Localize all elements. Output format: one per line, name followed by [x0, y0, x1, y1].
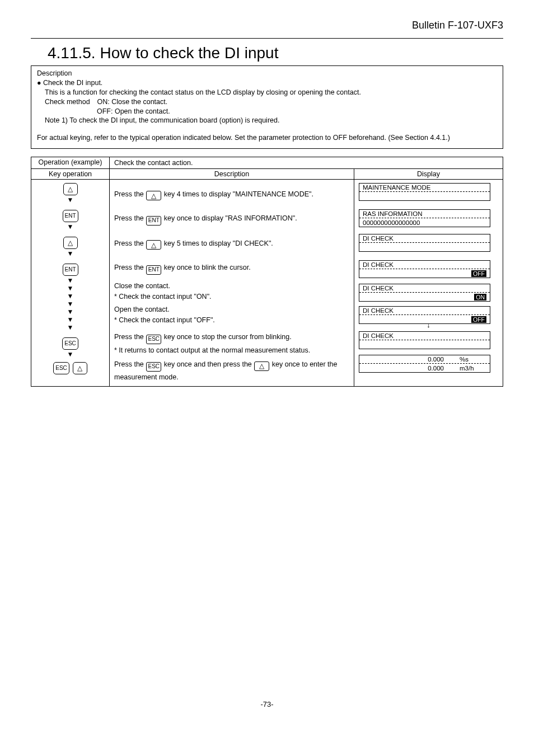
description-last: For actual keying, refer to the typical … [37, 133, 497, 143]
step-6-desc: Open the contact. * Check the contact in… [114, 302, 349, 332]
ops-header-row-1: Operation (example) Check the contact ac… [31, 157, 503, 169]
check-method-on: Check method ON: Close the contact. [37, 97, 497, 107]
down-caret-icon: ▼ [67, 308, 74, 315]
lcd-off-badge: OFF [471, 270, 486, 278]
lcd-di-check-plain: DI CHECK [359, 331, 490, 349]
step-7-desc: Press the ESC key once to stop the curso… [114, 332, 349, 355]
esc-key-inline-icon: ESC [146, 335, 161, 344]
ops-header-keyop: Key operation [31, 169, 110, 179]
up-key-inline-icon [254, 361, 269, 371]
ops-header-row-2: Key operation Description Display [31, 169, 503, 180]
up-key-icon [63, 183, 78, 195]
operations-table: Operation (example) Check the contact ac… [31, 157, 503, 387]
key-operation-column: ▼ ENT ▼ ▼ ENT ▼ ▼ ▼ ▼ ▼ ▼ ▼ ESC ▼ [31, 180, 110, 386]
lcd-on-badge: ON [474, 294, 486, 301]
lcd-ras-information: RAS INFORMATION 0000000000000000 [359, 209, 490, 227]
down-caret-icon: ▼ [67, 324, 74, 331]
section-title: 4.11.5. How to check the DI input [48, 44, 503, 62]
step-8-desc: Press the ESC key once and then press th… [114, 359, 349, 383]
ops-header-display: Display [354, 169, 503, 179]
up-key-inline-icon [146, 191, 161, 200]
ops-header-description: Description [110, 169, 354, 179]
step-1-desc: Press the key 4 times to display "MAINTE… [114, 183, 349, 208]
description-column: Press the key 4 times to display "MAINTE… [110, 180, 354, 386]
step-3-desc: Press the key 5 times to display "DI CHE… [114, 232, 349, 257]
down-caret-icon: ▼ [67, 196, 74, 203]
lcd-off-badge: OFF [471, 316, 486, 323]
down-caret-icon: ▼ [67, 250, 74, 257]
down-caret-icon: ▼ [67, 300, 74, 307]
check-method-off: OFF: Open the contact. [37, 107, 497, 116]
ops-body: ▼ ENT ▼ ▼ ENT ▼ ▼ ▼ ▼ ▼ ▼ ▼ ESC ▼ [31, 180, 503, 386]
ent-key-icon: ENT [63, 210, 78, 222]
description-bullet: ● Check the DI input. [37, 78, 497, 88]
up-key-icon [63, 237, 78, 249]
step-2-desc: Press the ENT key once to display "RAS I… [114, 208, 349, 232]
down-caret-icon: ▼ [67, 277, 74, 284]
lcd-di-check: DI CHECK [359, 234, 490, 252]
lcd-di-check-off: DI CHECK OFF [359, 306, 490, 324]
ent-key-inline-icon: ENT [146, 216, 161, 226]
description-note: Note 1) To check the DI input, the commu… [37, 116, 497, 125]
up-key-icon [73, 362, 87, 374]
step-4-desc: Press the ENT key once to blink the curs… [114, 257, 349, 281]
esc-key-icon: ESC [62, 337, 78, 350]
lcd-di-check-on: DI CHECK ON [359, 284, 490, 302]
down-caret-icon: ▼ [67, 316, 74, 323]
down-caret-icon: ▼ [67, 223, 74, 230]
lcd-di-check-off-cursor: DI CHECK OFF [359, 260, 490, 278]
esc-key-inline-icon: ESC [146, 362, 161, 372]
bulletin-header: Bulletin F-107-UXF3 [31, 20, 503, 31]
up-key-inline-icon [146, 240, 161, 250]
lcd-measurement: 0.000 %s 0.000 m3/h [359, 355, 490, 373]
description-heading: Description [37, 69, 497, 78]
page-number: -73- [31, 700, 503, 708]
ent-key-icon: ENT [63, 264, 78, 276]
ops-header-check-action: Check the contact action. [110, 157, 503, 168]
down-caret-icon: ▼ [67, 293, 74, 299]
step-5-desc: Close the contact. * Check the contact i… [114, 281, 349, 302]
down-caret-icon: ▼ [67, 285, 74, 292]
ent-key-inline-icon: ENT [146, 265, 161, 275]
top-rule [31, 38, 503, 39]
lcd-maintenance-mode: MAINTENANCE MODE [359, 183, 490, 201]
description-box: Description ● Check the DI input. This i… [31, 66, 503, 149]
check-method-label: Check method [45, 97, 95, 107]
description-line: This is a function for checking the cont… [37, 88, 497, 97]
display-column: MAINTENANCE MODE RAS INFORMATION 0000000… [354, 180, 503, 386]
check-method-on-text: ON: Close the contact. [97, 98, 167, 106]
ops-header-example: Operation (example) [31, 157, 110, 168]
esc-key-icon: ESC [53, 362, 69, 374]
down-caret-icon: ▼ [67, 351, 74, 358]
